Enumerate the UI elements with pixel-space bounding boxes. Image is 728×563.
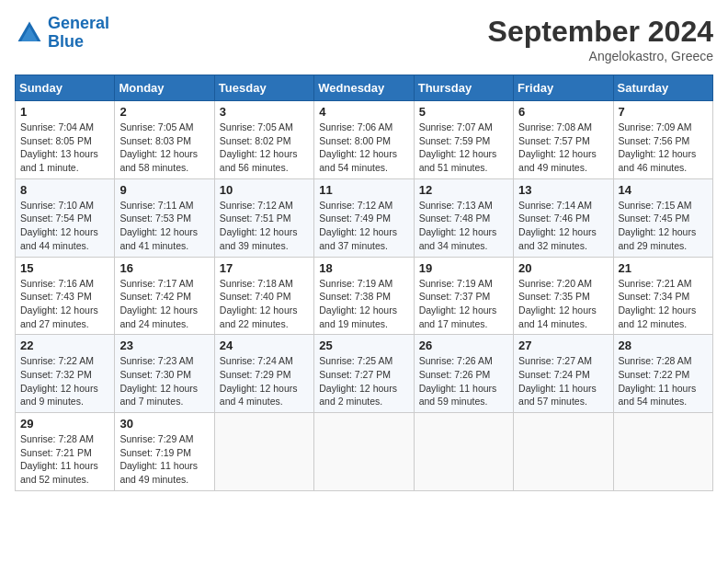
header-cell-wednesday: Wednesday <box>314 75 414 101</box>
week-row-1: 1Sunrise: 7:04 AM Sunset: 8:05 PM Daylig… <box>16 101 713 179</box>
day-info: Sunrise: 7:05 AM Sunset: 8:03 PM Dayligh… <box>119 121 209 175</box>
day-number: 11 <box>319 183 408 197</box>
day-info: Sunrise: 7:10 AM Sunset: 7:54 PM Dayligh… <box>20 199 109 253</box>
header-cell-thursday: Thursday <box>414 75 513 101</box>
day-number: 2 <box>119 105 209 119</box>
calendar-table: SundayMondayTuesdayWednesdayThursdayFrid… <box>15 75 713 491</box>
day-info: Sunrise: 7:05 AM Sunset: 8:02 PM Dayligh… <box>220 121 309 175</box>
day-number: 18 <box>319 261 408 275</box>
day-info: Sunrise: 7:06 AM Sunset: 8:00 PM Dayligh… <box>319 121 408 175</box>
day-cell: 6Sunrise: 7:08 AM Sunset: 7:57 PM Daylig… <box>514 101 613 179</box>
day-cell <box>514 413 613 491</box>
page-header: General Blue September 2024 Angelokastro… <box>15 15 713 63</box>
day-info: Sunrise: 7:14 AM Sunset: 7:46 PM Dayligh… <box>518 199 608 253</box>
day-cell: 15Sunrise: 7:16 AM Sunset: 7:43 PM Dayli… <box>16 257 115 335</box>
day-cell: 18Sunrise: 7:19 AM Sunset: 7:38 PM Dayli… <box>314 257 414 335</box>
day-cell <box>214 413 313 491</box>
header-cell-friday: Friday <box>514 75 613 101</box>
day-info: Sunrise: 7:19 AM Sunset: 7:37 PM Dayligh… <box>419 277 508 331</box>
day-cell: 3Sunrise: 7:05 AM Sunset: 8:02 PM Daylig… <box>214 101 313 179</box>
day-number: 23 <box>119 339 209 352</box>
day-cell: 23Sunrise: 7:23 AM Sunset: 7:30 PM Dayli… <box>115 335 214 413</box>
header-cell-tuesday: Tuesday <box>214 75 313 101</box>
day-info: Sunrise: 7:09 AM Sunset: 7:56 PM Dayligh… <box>619 121 708 175</box>
day-cell: 4Sunrise: 7:06 AM Sunset: 8:00 PM Daylig… <box>314 101 414 179</box>
month-title: September 2024 <box>488 15 713 49</box>
day-cell: 5Sunrise: 7:07 AM Sunset: 7:59 PM Daylig… <box>414 101 513 179</box>
day-info: Sunrise: 7:07 AM Sunset: 7:59 PM Dayligh… <box>419 121 508 175</box>
day-number: 25 <box>319 339 408 352</box>
day-cell: 17Sunrise: 7:18 AM Sunset: 7:40 PM Dayli… <box>214 257 313 335</box>
day-cell: 13Sunrise: 7:14 AM Sunset: 7:46 PM Dayli… <box>514 178 613 257</box>
header-row: SundayMondayTuesdayWednesdayThursdayFrid… <box>16 75 713 101</box>
day-cell: 25Sunrise: 7:25 AM Sunset: 7:27 PM Dayli… <box>314 335 414 413</box>
header-cell-sunday: Sunday <box>16 75 115 101</box>
day-info: Sunrise: 7:18 AM Sunset: 7:40 PM Dayligh… <box>220 277 309 331</box>
day-cell: 12Sunrise: 7:13 AM Sunset: 7:48 PM Dayli… <box>414 178 513 257</box>
day-info: Sunrise: 7:15 AM Sunset: 7:45 PM Dayligh… <box>619 199 708 253</box>
logo: General Blue <box>15 15 109 52</box>
day-number: 4 <box>319 105 408 119</box>
day-cell <box>314 413 414 491</box>
day-info: Sunrise: 7:08 AM Sunset: 7:57 PM Dayligh… <box>518 121 608 175</box>
day-cell: 27Sunrise: 7:27 AM Sunset: 7:24 PM Dayli… <box>514 335 613 413</box>
day-number: 14 <box>619 183 708 197</box>
day-cell <box>414 413 513 491</box>
day-info: Sunrise: 7:19 AM Sunset: 7:38 PM Dayligh… <box>319 277 408 331</box>
day-cell: 10Sunrise: 7:12 AM Sunset: 7:51 PM Dayli… <box>214 178 313 257</box>
day-info: Sunrise: 7:25 AM Sunset: 7:27 PM Dayligh… <box>319 354 408 408</box>
day-info: Sunrise: 7:23 AM Sunset: 7:30 PM Dayligh… <box>119 354 209 408</box>
day-info: Sunrise: 7:17 AM Sunset: 7:42 PM Dayligh… <box>119 277 209 331</box>
logo-icon <box>15 18 44 48</box>
day-number: 7 <box>619 105 708 119</box>
day-info: Sunrise: 7:13 AM Sunset: 7:48 PM Dayligh… <box>419 199 508 253</box>
day-number: 15 <box>20 261 109 275</box>
logo-text: General Blue <box>48 15 109 52</box>
day-info: Sunrise: 7:20 AM Sunset: 7:35 PM Dayligh… <box>518 277 608 331</box>
location: Angelokastro, Greece <box>488 49 713 63</box>
day-info: Sunrise: 7:24 AM Sunset: 7:29 PM Dayligh… <box>220 354 309 408</box>
day-cell: 30Sunrise: 7:29 AM Sunset: 7:19 PM Dayli… <box>115 413 214 491</box>
day-number: 16 <box>119 261 209 275</box>
day-cell: 8Sunrise: 7:10 AM Sunset: 7:54 PM Daylig… <box>16 178 115 257</box>
day-info: Sunrise: 7:11 AM Sunset: 7:53 PM Dayligh… <box>119 199 209 253</box>
day-cell: 9Sunrise: 7:11 AM Sunset: 7:53 PM Daylig… <box>115 178 214 257</box>
header-cell-monday: Monday <box>115 75 214 101</box>
day-number: 9 <box>119 183 209 197</box>
day-cell: 11Sunrise: 7:12 AM Sunset: 7:49 PM Dayli… <box>314 178 414 257</box>
day-number: 22 <box>20 339 109 352</box>
day-info: Sunrise: 7:12 AM Sunset: 7:49 PM Dayligh… <box>319 199 408 253</box>
day-info: Sunrise: 7:29 AM Sunset: 7:19 PM Dayligh… <box>119 432 209 487</box>
day-number: 5 <box>419 105 508 119</box>
day-info: Sunrise: 7:27 AM Sunset: 7:24 PM Dayligh… <box>518 354 608 408</box>
day-info: Sunrise: 7:21 AM Sunset: 7:34 PM Dayligh… <box>619 277 708 331</box>
day-number: 13 <box>518 183 608 197</box>
day-number: 8 <box>20 183 109 197</box>
day-number: 21 <box>619 261 708 275</box>
week-row-5: 29Sunrise: 7:28 AM Sunset: 7:21 PM Dayli… <box>16 413 713 491</box>
day-cell: 28Sunrise: 7:28 AM Sunset: 7:22 PM Dayli… <box>613 335 712 413</box>
day-cell: 19Sunrise: 7:19 AM Sunset: 7:37 PM Dayli… <box>414 257 513 335</box>
day-number: 19 <box>419 261 508 275</box>
day-cell: 20Sunrise: 7:20 AM Sunset: 7:35 PM Dayli… <box>514 257 613 335</box>
day-info: Sunrise: 7:28 AM Sunset: 7:22 PM Dayligh… <box>619 354 708 408</box>
day-cell: 1Sunrise: 7:04 AM Sunset: 8:05 PM Daylig… <box>16 101 115 179</box>
day-number: 28 <box>619 339 708 352</box>
day-cell <box>613 413 712 491</box>
day-info: Sunrise: 7:26 AM Sunset: 7:26 PM Dayligh… <box>419 354 508 408</box>
day-number: 1 <box>20 105 109 119</box>
day-cell: 16Sunrise: 7:17 AM Sunset: 7:42 PM Dayli… <box>115 257 214 335</box>
day-info: Sunrise: 7:04 AM Sunset: 8:05 PM Dayligh… <box>20 121 109 175</box>
title-block: September 2024 Angelokastro, Greece <box>488 15 713 63</box>
day-number: 3 <box>220 105 309 119</box>
week-row-4: 22Sunrise: 7:22 AM Sunset: 7:32 PM Dayli… <box>16 335 713 413</box>
header-cell-saturday: Saturday <box>613 75 712 101</box>
week-row-2: 8Sunrise: 7:10 AM Sunset: 7:54 PM Daylig… <box>16 178 713 257</box>
day-number: 12 <box>419 183 508 197</box>
day-number: 30 <box>119 417 209 431</box>
day-info: Sunrise: 7:28 AM Sunset: 7:21 PM Dayligh… <box>20 432 109 487</box>
day-number: 20 <box>518 261 608 275</box>
day-cell: 22Sunrise: 7:22 AM Sunset: 7:32 PM Dayli… <box>16 335 115 413</box>
day-cell: 21Sunrise: 7:21 AM Sunset: 7:34 PM Dayli… <box>613 257 712 335</box>
day-number: 6 <box>518 105 608 119</box>
